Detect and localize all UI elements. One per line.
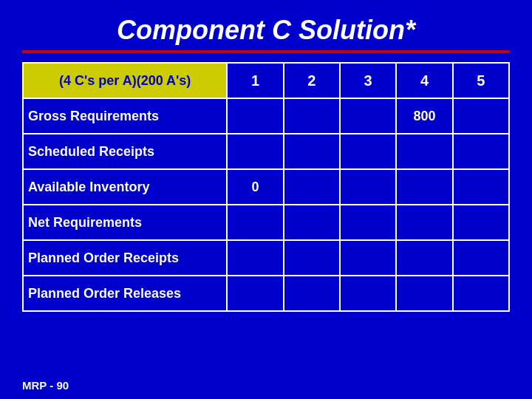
row-0-col-1	[227, 98, 283, 134]
table-row: Gross Requirements 800	[23, 98, 509, 134]
row-2-col-5	[453, 169, 509, 205]
table-header-row: (4 C's per A)(200 A's) 1 2 3 4 5	[23, 63, 509, 98]
row-2-col-3	[340, 169, 396, 205]
row-5-col-4	[396, 276, 452, 311]
header-col-5: 5	[453, 63, 509, 98]
row-5-col-1	[227, 276, 283, 311]
row-0-col-3	[340, 98, 396, 134]
row-4-col-1	[227, 240, 283, 276]
row-4-col-3	[340, 240, 396, 276]
row-3-col-2	[284, 205, 340, 240]
row-1-col-5	[453, 134, 509, 169]
header-col-4: 4	[396, 63, 452, 98]
header-col-1: 1	[227, 63, 283, 98]
row-5-col-5	[453, 276, 509, 311]
row-4-col-5	[453, 240, 509, 276]
table-row: Available Inventory 0	[23, 169, 509, 205]
footer-label: MRP - 90	[22, 379, 69, 392]
row-1-col-1	[227, 134, 283, 169]
table-row: Planned Order Receipts	[23, 240, 509, 276]
row-3-col-4	[396, 205, 452, 240]
row-5-col-3	[340, 276, 396, 311]
row-1-col-3	[340, 134, 396, 169]
table-row: Scheduled Receipts	[23, 134, 509, 169]
row-label-scheduled: Scheduled Receipts	[23, 134, 227, 169]
row-2-col-1: 0	[227, 169, 283, 205]
header-col-3: 3	[340, 63, 396, 98]
table-container: (4 C's per A)(200 A's) 1 2 3 4 5 Gross R…	[22, 62, 510, 373]
row-5-col-2	[284, 276, 340, 311]
header-col-2: 2	[284, 63, 340, 98]
row-label-gross: Gross Requirements	[23, 98, 227, 134]
row-4-col-4	[396, 240, 452, 276]
row-4-col-2	[284, 240, 340, 276]
table-row: Planned Order Releases	[23, 276, 509, 311]
row-label-planned-receipts: Planned Order Receipts	[23, 240, 227, 276]
table-row: Net Requirements	[23, 205, 509, 240]
row-0-col-5	[453, 98, 509, 134]
mrp-table: (4 C's per A)(200 A's) 1 2 3 4 5 Gross R…	[22, 62, 510, 312]
row-1-col-2	[284, 134, 340, 169]
row-2-col-4	[396, 169, 452, 205]
red-divider	[22, 50, 510, 53]
row-label-net: Net Requirements	[23, 205, 227, 240]
row-0-col-2	[284, 98, 340, 134]
row-3-col-1	[227, 205, 283, 240]
row-label-planned-releases: Planned Order Releases	[23, 276, 227, 311]
row-label-available: Available Inventory	[23, 169, 227, 205]
row-0-col-4: 800	[396, 98, 452, 134]
row-2-col-2	[284, 169, 340, 205]
page: Component C Solution* (4 C's per A)(200 …	[0, 0, 532, 399]
header-label: (4 C's per A)(200 A's)	[23, 63, 227, 98]
page-title: Component C Solution*	[117, 15, 415, 46]
row-1-col-4	[396, 134, 452, 169]
row-3-col-3	[340, 205, 396, 240]
row-3-col-5	[453, 205, 509, 240]
